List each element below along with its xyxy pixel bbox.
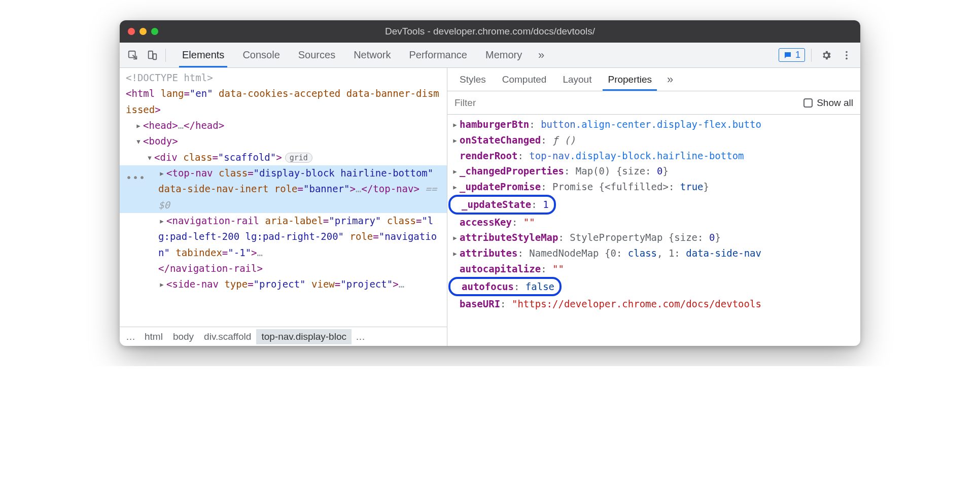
device-toggle-icon[interactable] — [143, 46, 161, 64]
collapse-triangle-icon[interactable] — [135, 133, 142, 149]
svg-point-3 — [846, 51, 848, 53]
doctype-line[interactable]: <!DOCTYPE html> — [120, 70, 447, 86]
svg-rect-2 — [153, 54, 156, 59]
breadcrumb: … html body div.scaffold top-nav.display… — [120, 327, 447, 346]
window-title: DevTools - developer.chrome.com/docs/dev… — [120, 26, 860, 37]
property-row[interactable]: accessKey: "" — [447, 215, 860, 230]
minimize-window-button[interactable] — [139, 28, 147, 35]
expand-triangle-icon[interactable] — [135, 118, 142, 133]
panels: <!DOCTYPE html> <html lang="en" data-coo… — [120, 68, 860, 346]
collapse-triangle-icon[interactable] — [146, 150, 153, 165]
toolbar-divider — [165, 49, 166, 62]
html-open[interactable]: <html lang="en" data-cookies-accepted da… — [120, 86, 447, 118]
breadcrumb-item-active[interactable]: top-nav.display-bloc — [256, 329, 352, 344]
issues-count: 1 — [795, 50, 800, 60]
checkbox-icon[interactable] — [803, 98, 813, 108]
side-nav-node[interactable]: <side-nav type="project" view="project">… — [120, 276, 447, 292]
breadcrumb-overflow-left[interactable]: … — [122, 329, 139, 344]
tab-performance[interactable]: Performance — [400, 43, 477, 67]
main-toolbar: Elements Console Sources Network Perform… — [120, 43, 860, 68]
properties-list[interactable]: hamburgerBtn: button.align-center.displa… — [447, 115, 860, 346]
property-row-highlighted[interactable]: _updateState: 1 — [447, 195, 860, 215]
property-row[interactable]: baseURI: "https://developer.chrome.com/d… — [447, 296, 860, 312]
titlebar: DevTools - developer.chrome.com/docs/dev… — [120, 20, 860, 43]
property-row[interactable]: attributeStyleMap: StylePropertyMap {siz… — [447, 230, 860, 245]
tab-elements[interactable]: Elements — [173, 43, 233, 67]
tab-console[interactable]: Console — [233, 43, 289, 67]
property-row[interactable]: hamburgerBtn: button.align-center.displa… — [447, 117, 860, 132]
scaffold-node[interactable]: <div class="scaffold">grid — [120, 150, 447, 165]
selection-gutter-icon: ••• — [126, 169, 146, 186]
expand-triangle-icon[interactable] — [158, 276, 165, 292]
properties-filter-input[interactable] — [454, 97, 796, 109]
sidebar-panel: Styles Computed Layout Properties » Show… — [447, 68, 860, 346]
issues-badge[interactable]: 1 — [779, 48, 805, 62]
chat-icon — [783, 51, 792, 60]
tabs-overflow-icon[interactable]: » — [531, 43, 551, 67]
sidebar-tabs-overflow-icon[interactable]: » — [660, 68, 680, 91]
property-row[interactable]: _updatePromise: Promise {<fulfilled>: tr… — [447, 179, 860, 195]
maximize-window-button[interactable] — [151, 28, 158, 35]
settings-icon[interactable] — [818, 47, 835, 64]
main-tabs: Elements Console Sources Network Perform… — [173, 43, 774, 67]
body-node[interactable]: <body> — [120, 133, 447, 149]
sidebar-tab-layout[interactable]: Layout — [554, 68, 600, 91]
toolbar-divider — [811, 49, 812, 62]
grid-badge[interactable]: grid — [285, 153, 312, 163]
sidebar-tab-computed[interactable]: Computed — [494, 68, 555, 91]
devtools-window: DevTools - developer.chrome.com/docs/dev… — [120, 20, 860, 346]
highlight-circle: _updateState: 1 — [448, 195, 556, 215]
breadcrumb-item[interactable]: html — [139, 329, 168, 344]
sidebar-tabs: Styles Computed Layout Properties » — [447, 68, 860, 91]
dom-tree[interactable]: <!DOCTYPE html> <html lang="en" data-coo… — [120, 68, 447, 327]
dom-panel: <!DOCTYPE html> <html lang="en" data-coo… — [120, 68, 447, 346]
more-options-icon[interactable] — [838, 47, 855, 64]
properties-filter-row: Show all — [447, 91, 860, 115]
highlight-circle: autofocus: false — [448, 277, 562, 297]
property-row[interactable]: _changedProperties: Map(0) {size: 0} — [447, 163, 860, 179]
svg-rect-1 — [149, 51, 153, 58]
breadcrumb-item[interactable]: body — [168, 329, 199, 344]
traffic-lights — [128, 28, 158, 35]
tab-sources[interactable]: Sources — [289, 43, 344, 67]
svg-point-4 — [846, 54, 848, 56]
property-row-highlighted[interactable]: autofocus: false — [447, 277, 860, 297]
inspect-element-icon[interactable] — [124, 46, 142, 64]
property-row[interactable]: onStateChanged: ƒ () — [447, 132, 860, 148]
expand-triangle-icon[interactable] — [451, 132, 459, 148]
property-row[interactable]: attributes: NamedNodeMap {0: class, 1: d… — [447, 245, 860, 261]
head-node[interactable]: <head>…</head> — [120, 118, 447, 133]
expand-triangle-icon[interactable] — [451, 163, 459, 179]
expand-triangle-icon[interactable] — [451, 230, 459, 245]
show-all-label: Show all — [817, 97, 853, 109]
svg-point-5 — [846, 57, 848, 59]
expand-triangle-icon[interactable] — [451, 179, 459, 195]
breadcrumb-item[interactable]: div.scaffold — [199, 329, 256, 344]
navigation-rail-node[interactable]: <navigation-rail aria-label="primary" cl… — [120, 213, 447, 276]
sidebar-tab-styles[interactable]: Styles — [451, 68, 494, 91]
topnav-node-selected[interactable]: <top-nav class="display-block hairline-b… — [120, 165, 447, 213]
expand-triangle-icon[interactable] — [158, 213, 165, 229]
sidebar-tab-properties[interactable]: Properties — [600, 68, 660, 91]
tab-memory[interactable]: Memory — [476, 43, 531, 67]
property-row[interactable]: autocapitalize: "" — [447, 261, 860, 277]
close-window-button[interactable] — [128, 28, 135, 35]
tab-network[interactable]: Network — [344, 43, 400, 67]
expand-triangle-icon[interactable] — [451, 245, 459, 261]
expand-triangle-icon[interactable] — [451, 117, 459, 132]
show-all-toggle[interactable]: Show all — [803, 97, 853, 109]
property-row[interactable]: renderRoot: top-nav.display-block.hairli… — [447, 148, 860, 164]
expand-triangle-icon[interactable] — [158, 165, 165, 181]
breadcrumb-overflow-right[interactable]: … — [352, 329, 369, 344]
